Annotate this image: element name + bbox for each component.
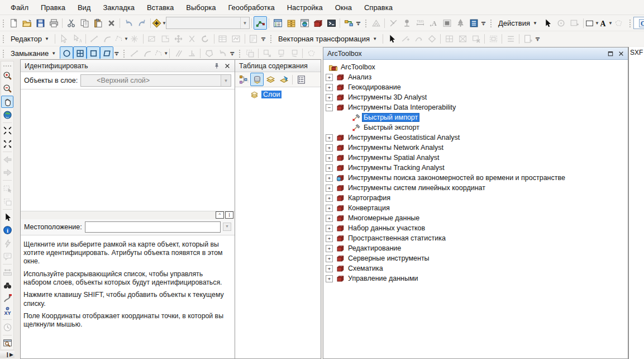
identify-splitter[interactable]: ^ | (21, 211, 235, 219)
seg-arc-button[interactable] (101, 32, 115, 45)
expand-icon[interactable]: + (326, 215, 333, 222)
tree-item-label[interactable]: Инструменты 3D Analyst (346, 93, 428, 102)
find-route-button[interactable] (1, 292, 13, 304)
arctoolbox-button[interactable] (311, 16, 325, 30)
grid-x-button[interactable] (469, 32, 483, 45)
cut-polygon-button[interactable] (145, 32, 159, 45)
toolbox-tree-item[interactable]: +Картография (323, 193, 628, 203)
pane-toggle-button[interactable]: | (225, 211, 233, 219)
expand-icon[interactable]: + (326, 195, 333, 202)
paste-button[interactable] (91, 16, 104, 30)
collapse-button[interactable]: ^ (216, 211, 224, 219)
expand-icon[interactable]: + (326, 74, 333, 81)
toolbox-tree-item[interactable]: +Схематика (323, 263, 628, 273)
toolbar-options-chevron[interactable]: ▬▼ (113, 47, 120, 59)
tree-item-label[interactable]: ArcToolbox (339, 63, 377, 72)
toolbox-tree-item[interactable]: +Анализ (323, 72, 628, 82)
toolbar-drag-handle[interactable] (123, 49, 126, 58)
editor-sketch-button[interactable] (254, 16, 267, 30)
select-features-button[interactable] (1, 182, 13, 194)
parallel-button[interactable] (171, 46, 185, 60)
toolbox-tree-item[interactable]: −Инструменты Data Interoperability (323, 102, 628, 112)
expand-icon[interactable]: + (326, 265, 333, 272)
cursor-black-button[interactable] (541, 16, 555, 30)
tree-item-label[interactable]: Быстрый импорт (362, 113, 419, 122)
menu-edit[interactable]: Правка (35, 1, 71, 14)
move-cross-button[interactable] (172, 32, 185, 45)
expand-icon[interactable]: + (326, 84, 333, 91)
toolbar-drag-handle[interactable] (270, 34, 273, 43)
toolbox-tree-item[interactable]: +Набор данных участков (323, 223, 628, 233)
expand-icon[interactable]: + (326, 144, 333, 152)
open-folder-button[interactable] (20, 16, 34, 30)
zoom-in-button[interactable] (1, 70, 13, 82)
catalog-button[interactable] (284, 16, 298, 30)
close-icon[interactable] (616, 49, 626, 59)
toolbox-tree-item[interactable]: +Инструменты Network Analyst (323, 143, 628, 153)
cursor-a-button[interactable]: A (70, 32, 84, 45)
tree-item-label[interactable]: Редактирование (346, 244, 403, 253)
tree-item-label[interactable]: Многомерные данные (346, 214, 421, 223)
fixed-zoom-out-button[interactable] (1, 138, 13, 149)
snap-vertex-button[interactable] (87, 46, 100, 60)
table-of-contents-button[interactable] (271, 16, 284, 30)
redo-button[interactable] (135, 16, 149, 30)
expand-icon[interactable]: + (326, 185, 333, 192)
toolbox-tree-item[interactable]: +Геокодирование (323, 82, 628, 92)
expand-icon[interactable]: + (326, 275, 333, 282)
toolbar-options-chevron[interactable]: ▬▼ (229, 47, 235, 59)
toc-options-button[interactable] (294, 73, 308, 86)
tree-item-label[interactable]: Инструменты Geostatistical Analyst (346, 133, 461, 142)
tree-item-label[interactable]: Анализ (346, 73, 373, 82)
expand-icon[interactable]: + (326, 174, 333, 182)
expand-icon[interactable]: + (326, 164, 333, 172)
tree-item-label[interactable]: Инструменты Network Analyst (346, 143, 445, 152)
expand-icon[interactable]: + (326, 94, 333, 101)
split-button[interactable] (185, 32, 199, 45)
undo-button[interactable] (122, 16, 135, 30)
menu-geoprocessing[interactable]: Геообработка (222, 1, 280, 14)
identify-results-area[interactable] (21, 89, 235, 211)
diamond-link-button[interactable] (425, 32, 438, 45)
cursor-gray-button[interactable] (57, 32, 70, 45)
tree-item-label[interactable]: Инструменты Data Interoperability (346, 103, 457, 112)
toolbox-tree-item[interactable]: Быстрый импорт (323, 112, 628, 122)
location-dropdown-icon[interactable]: ▼ (223, 223, 231, 231)
picture-box-button[interactable] (440, 16, 454, 30)
toolbar-drag-handle[interactable] (490, 18, 493, 27)
attributes-table-button[interactable] (216, 32, 230, 45)
tree-item-label[interactable]: Инструменты Tracking Analyst (346, 163, 446, 172)
toolbar-expand-handle[interactable]: ❙▶ (0, 351, 15, 358)
tree-item-label[interactable]: Управление данными (346, 274, 420, 283)
toolbar-drag-handle[interactable] (365, 18, 368, 27)
box-arrow1-button[interactable] (260, 46, 274, 60)
print-button[interactable] (47, 16, 60, 30)
hyperlink-button[interactable] (1, 238, 13, 249)
new-link-button[interactable] (398, 32, 412, 45)
snap-edge-button[interactable] (100, 46, 113, 60)
perpendicular-button[interactable] (185, 46, 198, 60)
cursor-black-button[interactable] (385, 32, 398, 45)
go-back-button[interactable] (1, 154, 13, 166)
chevron-down-icon[interactable]: ▼ (221, 75, 231, 86)
toolbox-tree-item[interactable]: +Конвертация (323, 203, 628, 213)
menu-file[interactable]: Файл (4, 1, 35, 14)
identify-tool-button[interactable]: i (1, 224, 13, 236)
time-slider-button[interactable] (1, 322, 13, 333)
undo-button[interactable] (216, 46, 229, 60)
menu-help[interactable]: Справка (358, 1, 399, 14)
toolbox-tree-item[interactable]: +Инструменты Tracking Analyst (323, 163, 628, 173)
seg-line-button[interactable] (88, 32, 101, 45)
toolbox-tree-item[interactable]: +Инструменты Geostatistical Analyst (323, 133, 628, 143)
dimension-button[interactable]: 7221 (413, 16, 427, 30)
rotate-button[interactable] (199, 32, 212, 45)
grid-square-button[interactable] (442, 32, 456, 45)
menu-view[interactable]: Вид (71, 1, 97, 14)
toolbox-tree-item[interactable]: +Пространственная статистика (323, 233, 628, 243)
adjust-lines-button[interactable] (504, 32, 517, 45)
picture-plus-button[interactable] (568, 16, 581, 30)
toolbar-drag-handle[interactable] (629, 18, 632, 27)
tree-item-label[interactable]: Серверные инструменты (346, 254, 431, 263)
add-data-button[interactable]: ▼ (152, 16, 166, 30)
tree-item-label[interactable]: Картография (346, 193, 392, 202)
